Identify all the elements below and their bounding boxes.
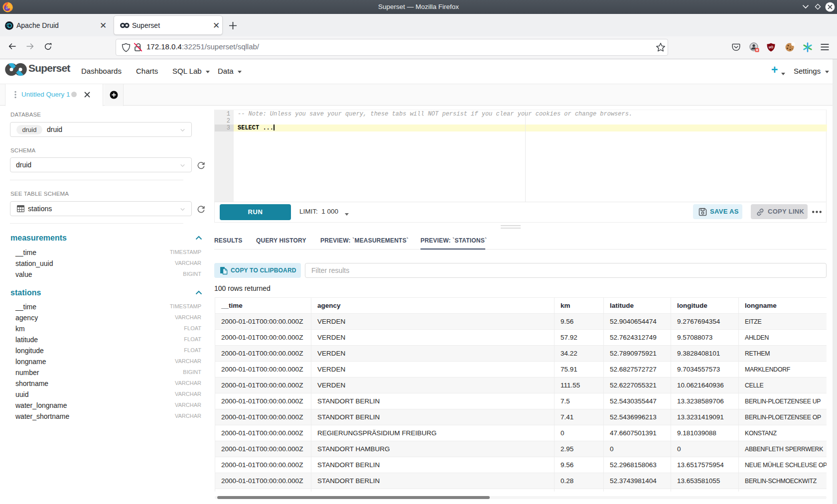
svg-text:uO: uO (769, 45, 773, 49)
